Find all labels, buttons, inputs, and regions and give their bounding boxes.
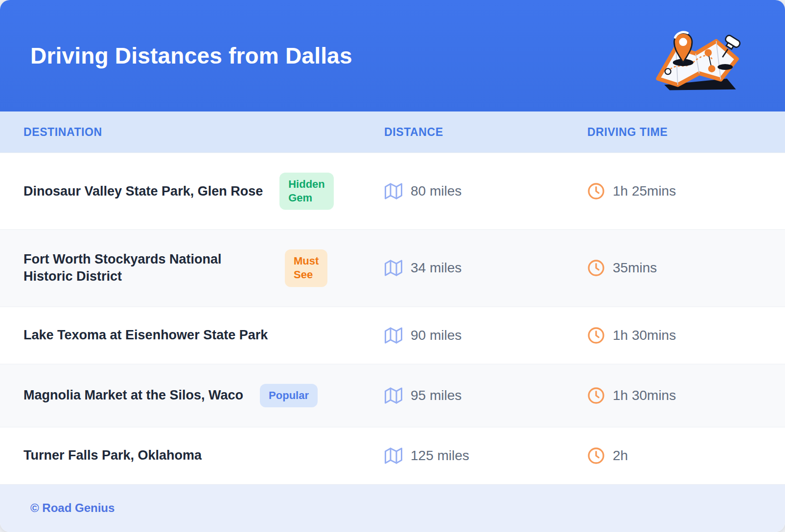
column-header-distance: DISTANCE — [384, 126, 587, 139]
distance-value: 80 miles — [411, 183, 462, 199]
destination-name: Turner Falls Park, Oklahoma — [23, 447, 202, 464]
distance-value: 125 miles — [411, 448, 469, 464]
destination-name: Lake Texoma at Eisenhower State Park — [23, 327, 268, 344]
table-row: Dinosaur Valley State Park, Glen Rose Hi… — [0, 153, 785, 230]
distance-cell: 34 miles — [384, 259, 587, 277]
must-see-badge: Must See — [285, 249, 327, 287]
destination-cell: Turner Falls Park, Oklahoma — [23, 447, 384, 464]
distance-cell: 125 miles — [384, 447, 587, 465]
destination-cell: Lake Texoma at Eisenhower State Park — [23, 327, 384, 344]
distance-value: 34 miles — [411, 260, 462, 276]
driving-time-value: 1h 30mins — [613, 328, 676, 343]
destination-cell: Fort Worth Stockyards National Historic … — [23, 249, 384, 287]
clock-icon — [587, 387, 605, 404]
clock-icon — [587, 182, 605, 200]
hidden-gem-badge: Hidden Gem — [279, 173, 334, 210]
card-footer: © Road Genius — [0, 485, 785, 532]
driving-time-value: 2h — [613, 448, 628, 464]
destination-name: Magnolia Market at the Silos, Waco — [23, 387, 243, 404]
distance-cell: 80 miles — [384, 182, 587, 200]
driving-distances-card: Driving Distances from Dallas — [0, 0, 785, 532]
table-row: Turner Falls Park, Oklahoma 125 miles 2h — [0, 427, 785, 485]
map-icon — [384, 182, 403, 200]
copyright-text: © Road Genius — [30, 501, 115, 515]
column-header-destination: DESTINATION — [23, 126, 384, 139]
map-icon — [384, 387, 403, 404]
page-title: Driving Distances from Dallas — [30, 43, 352, 69]
driving-time-value: 1h 25mins — [613, 183, 676, 199]
destination-cell: Magnolia Market at the Silos, Waco Popul… — [23, 384, 384, 407]
table-header-row: DESTINATION DISTANCE DRIVING TIME — [0, 111, 785, 153]
distance-value: 95 miles — [411, 388, 462, 403]
popular-badge: Popular — [260, 384, 318, 407]
distance-value: 90 miles — [411, 328, 462, 343]
clock-icon — [587, 447, 605, 465]
driving-time-cell: 1h 25mins — [587, 182, 785, 200]
driving-time-value: 1h 30mins — [613, 388, 676, 403]
distance-cell: 95 miles — [384, 387, 587, 404]
driving-time-value: 35mins — [613, 260, 657, 276]
table-row: Fort Worth Stockyards National Historic … — [0, 230, 785, 307]
table-row: Lake Texoma at Eisenhower State Park 90 … — [0, 307, 785, 364]
distance-cell: 90 miles — [384, 327, 587, 344]
destination-cell: Dinosaur Valley State Park, Glen Rose Hi… — [23, 173, 384, 210]
clock-icon — [587, 259, 605, 277]
destination-name: Fort Worth Stockyards National Historic … — [23, 251, 268, 285]
map-icon — [384, 259, 403, 277]
map-icon — [384, 327, 403, 344]
table-row: Magnolia Market at the Silos, Waco Popul… — [0, 364, 785, 427]
driving-time-cell: 35mins — [587, 259, 785, 277]
driving-time-cell: 1h 30mins — [587, 327, 785, 344]
map-icon — [384, 447, 403, 465]
driving-time-cell: 2h — [587, 447, 785, 465]
destination-name: Dinosaur Valley State Park, Glen Rose — [23, 183, 263, 200]
folded-map-illustration — [651, 19, 745, 95]
driving-time-cell: 1h 30mins — [587, 387, 785, 404]
card-header: Driving Distances from Dallas — [0, 0, 785, 111]
column-header-driving-time: DRIVING TIME — [587, 126, 785, 139]
clock-icon — [587, 327, 605, 344]
